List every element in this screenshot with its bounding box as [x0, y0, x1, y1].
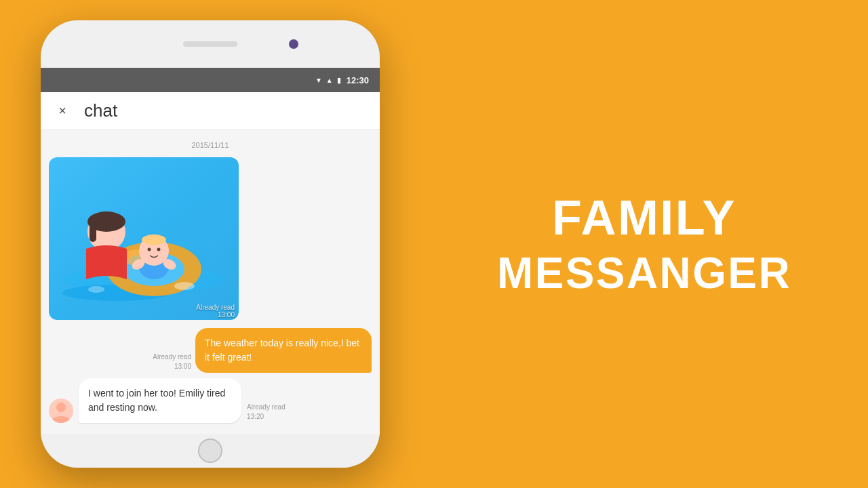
phone-speaker	[183, 41, 237, 47]
close-button[interactable]: ×	[52, 100, 73, 122]
chat-area: 2015/11/11	[41, 130, 380, 434]
right-panel: FAMILY MESSANGER	[420, 161, 868, 326]
image-time: 13:00	[196, 311, 235, 319]
close-icon: ×	[58, 103, 66, 119]
pool-image	[49, 157, 239, 320]
incoming-meta: Already read 13:20	[247, 403, 285, 422]
app-name-line2: MESSANGER	[497, 247, 791, 300]
status-bar: 12:30	[41, 68, 380, 92]
phone-top-bar	[41, 20, 380, 68]
home-button[interactable]	[198, 439, 222, 463]
svg-rect-16	[90, 222, 96, 242]
app-name-line1: FAMILY	[497, 188, 791, 247]
image-read-label: Already read	[196, 304, 235, 311]
incoming-read-label: Already read	[247, 403, 285, 412]
signal-icon	[326, 75, 333, 85]
battery-icon	[337, 75, 341, 85]
chat-title: chat	[84, 100, 117, 121]
status-time: 12:30	[347, 75, 369, 85]
status-icons	[315, 75, 341, 85]
phone-screen: 12:30 × chat 2015/11/11	[41, 68, 380, 434]
phone-camera	[289, 39, 298, 49]
outgoing-read-label: Already read	[153, 352, 191, 362]
svg-point-18	[88, 286, 104, 293]
outgoing-meta: Already read 13:00	[153, 352, 191, 371]
image-message: Already read 13:00	[41, 155, 380, 325]
wifi-icon	[315, 75, 322, 85]
app-header: × chat	[41, 92, 380, 130]
outgoing-bubble: The weather today is really nice,I bet i…	[195, 328, 372, 373]
incoming-time: 13:20	[247, 412, 285, 422]
phone-bottom	[41, 434, 380, 468]
avatar-image	[49, 399, 73, 423]
svg-point-20	[56, 403, 66, 412]
date-label: 2015/11/11	[191, 141, 229, 149]
outgoing-message: Already read 13:00 The weather today is …	[41, 325, 380, 375]
svg-point-10	[148, 248, 151, 251]
phone-outer: 12:30 × chat 2015/11/11	[41, 20, 380, 468]
phone-container: 12:30 × chat 2015/11/11	[0, 0, 420, 488]
image-wrapper: Already read 13:00	[49, 157, 239, 323]
incoming-message: I went to join her too! Emiliy tired and…	[41, 375, 380, 426]
app-name: FAMILY MESSANGER	[497, 188, 791, 299]
image-message-meta: Already read 13:00	[196, 304, 235, 319]
avatar	[49, 399, 73, 423]
svg-point-9	[142, 235, 166, 245]
svg-point-11	[157, 248, 161, 251]
outgoing-time: 13:00	[153, 362, 191, 371]
svg-point-17	[174, 282, 195, 290]
incoming-bubble: I went to join her too! Emiliy tired and…	[79, 378, 241, 423]
